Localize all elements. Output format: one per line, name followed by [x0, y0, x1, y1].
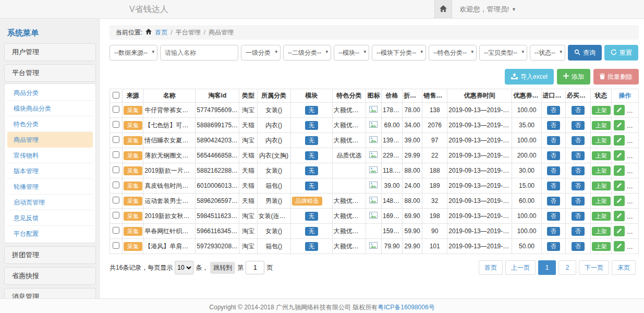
add-button[interactable]: 添加: [557, 69, 590, 85]
edit-button[interactable]: [614, 226, 625, 236]
edit-button[interactable]: [614, 105, 625, 115]
page-button[interactable]: 上一页: [505, 260, 536, 275]
filter-select-input[interactable]: --模块下分类--: [372, 45, 426, 61]
name-search-input[interactable]: [160, 45, 238, 61]
source-cell: 采集: [123, 103, 143, 118]
sidebar-item[interactable]: 宣传物料: [7, 148, 93, 163]
breadcrumb-home-link[interactable]: 首页: [155, 28, 167, 37]
row-checkbox[interactable]: [113, 227, 119, 234]
row-checkbox[interactable]: [113, 197, 119, 203]
sidebar-item[interactable]: 意见反馈: [7, 210, 93, 226]
imported-badge[interactable]: 否: [547, 182, 560, 190]
must-buy-badge[interactable]: 否: [572, 227, 585, 236]
status-badge[interactable]: 上架: [592, 227, 611, 236]
edit-button[interactable]: [614, 120, 625, 130]
filter-select-input[interactable]: --宝贝类型--: [479, 45, 527, 61]
must-buy-badge[interactable]: 否: [572, 182, 585, 190]
select-all-checkbox[interactable]: [113, 92, 119, 99]
must-buy-badge[interactable]: 否: [572, 136, 585, 145]
imported-badge[interactable]: 否: [547, 136, 560, 145]
filter-select-input[interactable]: --数据来源--: [110, 45, 157, 61]
row-checkbox[interactable]: [113, 182, 119, 188]
search-button[interactable]: 查询: [568, 45, 602, 61]
coupon-amount-cell: 100.00: [512, 133, 541, 148]
sidebar-item[interactable]: 模块商品分类: [7, 101, 93, 116]
status-badge[interactable]: 上架: [592, 151, 611, 160]
page-button[interactable]: 末页: [612, 260, 636, 275]
must-buy-badge[interactable]: 否: [572, 197, 585, 206]
edit-button[interactable]: [614, 241, 625, 251]
status-badge[interactable]: 上架: [592, 121, 611, 130]
per-page-select[interactable]: 10: [175, 261, 193, 274]
must-buy-badge[interactable]: 否: [572, 121, 585, 130]
imported-badge[interactable]: 否: [547, 212, 560, 221]
sidebar-item[interactable]: 启动页管理: [7, 195, 93, 210]
edit-button[interactable]: [614, 180, 625, 191]
imported-badge[interactable]: 否: [547, 166, 560, 175]
sidebar-group-express[interactable]: 省惠快报: [4, 267, 96, 285]
row-checkbox[interactable]: [113, 151, 119, 158]
edit-button[interactable]: [614, 211, 625, 221]
row-checkbox[interactable]: [113, 106, 119, 113]
status-badge[interactable]: 上架: [592, 182, 611, 190]
must-buy-badge[interactable]: 否: [572, 166, 585, 175]
imported-badge[interactable]: 否: [547, 121, 560, 130]
sidebar-group-platform[interactable]: 平台管理: [4, 64, 96, 82]
import-excel-button[interactable]: 导入excel: [505, 69, 554, 85]
row-checkbox[interactable]: [113, 136, 119, 143]
sidebar-group-users[interactable]: 用户管理: [4, 43, 96, 61]
sidebar-group-message[interactable]: 消息管理: [4, 288, 96, 298]
sidebar-item[interactable]: 商品管理: [7, 132, 93, 148]
edit-button[interactable]: [614, 135, 625, 146]
page-button[interactable]: 下一页: [579, 260, 609, 275]
jump-page-input[interactable]: [246, 261, 264, 274]
home-button[interactable]: [434, 0, 452, 19]
status-badge[interactable]: 上架: [592, 242, 611, 251]
reset-button[interactable]: 重置: [604, 45, 638, 61]
status-badge[interactable]: 上架: [592, 212, 611, 221]
row-checkbox[interactable]: [113, 242, 119, 249]
filter-select-input[interactable]: --特色分类--: [429, 45, 477, 61]
status-badge[interactable]: 上架: [592, 166, 611, 175]
sidebar-item[interactable]: 平台配置: [7, 226, 93, 242]
column-header: 价格: [381, 89, 402, 103]
module-badge: 无: [305, 242, 318, 251]
status-badge[interactable]: 上架: [592, 197, 611, 206]
sidebar-item[interactable]: 版本管理: [7, 163, 93, 179]
sidebar-item[interactable]: 特色分类: [7, 116, 93, 132]
batch-delete-button[interactable]: 批量删除: [593, 69, 639, 85]
imported-badge[interactable]: 否: [547, 197, 560, 206]
edit-button[interactable]: [614, 196, 625, 206]
row-checkbox[interactable]: [113, 121, 119, 128]
row-checkbox[interactable]: [113, 166, 119, 173]
filter-select-input[interactable]: --二级分类--: [283, 45, 331, 61]
filter-select-input[interactable]: 一级分类: [241, 45, 281, 61]
page-button[interactable]: 2: [558, 260, 576, 275]
icp-link[interactable]: 粤ICP备16098006号: [378, 304, 434, 311]
imported-badge[interactable]: 否: [547, 242, 560, 251]
imported-badge[interactable]: 否: [547, 106, 560, 115]
sidebar-item[interactable]: 轮播管理: [7, 179, 93, 195]
edit-button[interactable]: [614, 165, 625, 176]
must-buy-badge[interactable]: 否: [572, 106, 585, 115]
discount-price-cell: 29.90: [403, 239, 422, 254]
status-badge[interactable]: 上架: [592, 136, 611, 145]
imported-badge[interactable]: 否: [547, 227, 560, 236]
row-checkbox[interactable]: [113, 212, 119, 219]
column-header: 所属分类: [257, 89, 290, 103]
sidebar-item[interactable]: 商品分类: [7, 85, 93, 101]
page-button[interactable]: 1: [538, 260, 556, 275]
status-badge[interactable]: 上架: [592, 106, 611, 115]
sidebar-group-groupbuy[interactable]: 拼团管理: [4, 246, 96, 264]
edit-button[interactable]: [614, 150, 625, 161]
filter-select-input[interactable]: --模块--: [334, 45, 369, 61]
page-button[interactable]: 首页: [479, 260, 503, 275]
must-buy-badge[interactable]: 否: [572, 212, 585, 221]
search-button-label: 查询: [583, 49, 596, 57]
coupon-time-cell: 2019-09-13—2019-09-17: [447, 148, 512, 163]
imported-badge[interactable]: 否: [547, 151, 560, 160]
user-menu[interactable]: 欢迎您，管理员! ▼: [459, 5, 516, 14]
must-buy-badge[interactable]: 否: [572, 242, 585, 251]
must-buy-badge[interactable]: 否: [572, 151, 585, 160]
filter-select-input[interactable]: --状态--: [530, 45, 565, 61]
